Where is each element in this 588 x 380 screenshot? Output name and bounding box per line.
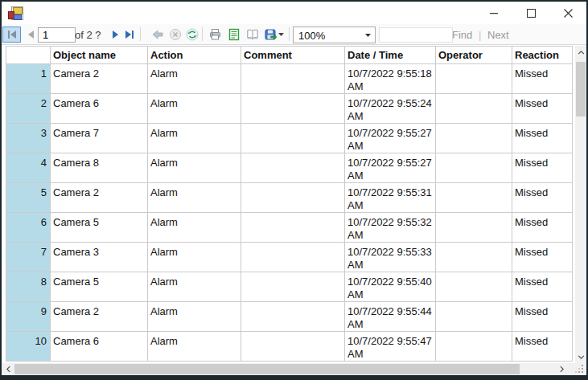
page-count-label: of 2 ? [75, 29, 101, 41]
datetime-cell: 10/7/2022 9:55:44 AM [345, 302, 436, 332]
resize-grip[interactable] [569, 363, 586, 375]
previous-page-button[interactable] [23, 27, 39, 43]
row-number: 4 [6, 153, 51, 183]
window-bottom-border [2, 375, 586, 378]
page-setup-button[interactable] [245, 27, 261, 43]
maximize-button[interactable] [512, 2, 549, 24]
winforms-app-icon [8, 6, 23, 21]
action-cell: Alarm [148, 332, 241, 362]
column-header-operator: Operator [436, 46, 512, 64]
print-button[interactable] [207, 27, 223, 43]
operator-cell [436, 124, 512, 153]
action-cell: Alarm [148, 153, 241, 183]
column-header-date-time: Date / Time [345, 46, 436, 64]
datetime-cell: 10/7/2022 9:55:31 AM [345, 183, 436, 213]
object-name-cell: Camera 8 [51, 153, 148, 183]
scroll-up-button[interactable] [575, 46, 586, 59]
object-name-cell: Camera 3 [51, 243, 148, 272]
comment-cell [241, 213, 345, 243]
operator-cell [436, 153, 512, 183]
reaction-cell: Missed [512, 64, 573, 94]
back-button[interactable] [150, 27, 166, 43]
action-cell: Alarm [148, 124, 241, 153]
operator-cell [436, 213, 512, 243]
comment-cell [241, 272, 345, 302]
reaction-cell: Missed [512, 272, 573, 302]
find-next-separator: | [479, 29, 481, 41]
object-name-cell: Camera 7 [51, 124, 148, 153]
table-row: 10 Camera 6 Alarm 10/7/2022 9:55:47 AM M… [6, 332, 573, 362]
object-name-cell: Camera 6 [51, 332, 148, 362]
table-row: 5 Camera 2 Alarm 10/7/2022 9:55:31 AM Mi… [6, 183, 573, 213]
comment-cell [241, 94, 345, 124]
stop-button[interactable] [167, 27, 183, 43]
scroll-left-button[interactable] [2, 363, 14, 375]
minimize-button[interactable] [475, 2, 512, 24]
find-next-button[interactable]: Next [487, 29, 509, 41]
table-row: 4 Camera 8 Alarm 10/7/2022 9:55:27 AM Mi… [6, 153, 573, 183]
row-number: 5 [6, 183, 51, 213]
horizontal-scrollbar[interactable] [2, 363, 586, 375]
datetime-cell: 10/7/2022 9:55:24 AM [345, 94, 436, 124]
print-layout-icon [228, 28, 241, 41]
scroll-up-icon [578, 51, 585, 55]
horizontal-scroll-thumb[interactable] [14, 364, 520, 374]
previous-page-icon [25, 28, 38, 41]
zoom-dropdown-button[interactable] [361, 27, 375, 43]
operator-cell [436, 183, 512, 213]
minimize-icon [490, 9, 498, 17]
object-name-cell: Camera 2 [51, 183, 148, 213]
action-cell: Alarm [148, 213, 241, 243]
refresh-button[interactable] [184, 27, 200, 43]
vertical-scrollbar[interactable] [575, 46, 586, 363]
vertical-scroll-thumb[interactable] [576, 62, 586, 116]
zoom-select[interactable]: 100% [293, 27, 376, 43]
resize-grip-icon [569, 363, 586, 375]
search-input[interactable] [379, 27, 453, 43]
next-page-icon [109, 28, 121, 41]
datetime-cell: 10/7/2022 9:55:47 AM [345, 332, 436, 362]
table-row: 6 Camera 5 Alarm 10/7/2022 9:55:32 AM Mi… [6, 213, 573, 243]
first-page-button[interactable] [2, 27, 21, 43]
report-toolbar: of 2 ? [2, 24, 586, 45]
comment-cell [241, 153, 345, 183]
scroll-right-button[interactable] [555, 363, 568, 375]
close-button[interactable] [549, 2, 586, 24]
printer-icon [208, 28, 222, 41]
datetime-cell: 10/7/2022 9:55:18 AM [345, 64, 436, 94]
comment-cell [241, 243, 345, 272]
scroll-right-icon [560, 366, 564, 373]
reaction-cell: Missed [512, 243, 573, 272]
object-name-cell: Camera 2 [51, 302, 148, 332]
table-row: 3 Camera 7 Alarm 10/7/2022 9:55:27 AM Mi… [6, 124, 573, 153]
export-dropdown-button[interactable] [276, 27, 286, 43]
table-row: 2 Camera 6 Alarm 10/7/2022 9:55:24 AM Mi… [6, 94, 573, 124]
current-page-input[interactable] [38, 27, 76, 43]
table-row: 1 Camera 2 Alarm 10/7/2022 9:55:18 AM Mi… [6, 64, 573, 94]
row-number: 8 [6, 272, 51, 302]
next-page-button[interactable] [107, 27, 123, 43]
row-number: 3 [6, 124, 51, 153]
toolbar-separator [140, 27, 141, 41]
reaction-cell: Missed [512, 153, 573, 183]
datetime-cell: 10/7/2022 9:55:40 AM [345, 272, 436, 302]
datetime-cell: 10/7/2022 9:55:27 AM [345, 153, 436, 183]
scroll-down-icon [578, 355, 585, 359]
table-row: 9 Camera 2 Alarm 10/7/2022 9:55:44 AM Mi… [6, 302, 573, 332]
operator-cell [436, 272, 512, 302]
caption-buttons [475, 2, 586, 24]
export-save-icon [264, 28, 277, 41]
maximize-icon [527, 9, 536, 18]
table-row: 7 Camera 3 Alarm 10/7/2022 9:55:33 AM Mi… [6, 243, 573, 272]
find-button[interactable]: Find [452, 29, 472, 41]
object-name-cell: Camera 2 [51, 64, 148, 94]
print-layout-button[interactable] [226, 27, 242, 43]
row-number: 2 [6, 94, 51, 124]
operator-cell [436, 302, 512, 332]
row-number: 7 [6, 243, 51, 272]
action-cell: Alarm [148, 94, 241, 124]
last-page-button[interactable] [121, 27, 138, 43]
last-page-icon [123, 28, 136, 41]
report-viewer-window: of 2 ? [0, 0, 588, 380]
scroll-down-button[interactable] [575, 350, 586, 363]
